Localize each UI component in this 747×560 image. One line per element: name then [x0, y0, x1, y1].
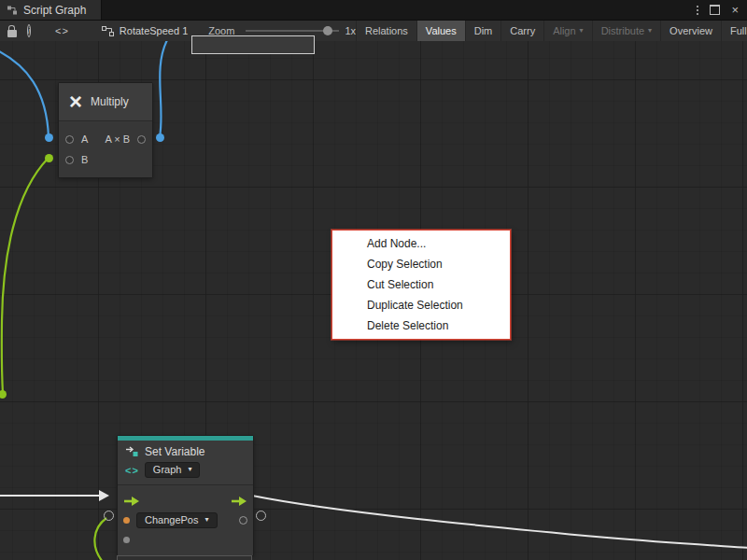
- info-icon[interactable]: i: [27, 24, 31, 37]
- multiply-node[interactable]: × Multiply A A × B B: [58, 82, 153, 178]
- set-variable-title: Set Variable: [145, 445, 204, 458]
- chevron-down-icon: ▾: [205, 516, 209, 524]
- flow-out-arrow-icon[interactable]: [231, 496, 247, 507]
- output-label: A × B: [105, 133, 130, 145]
- menu-item-delete-selection[interactable]: Delete Selection: [332, 315, 510, 336]
- value-out-port-icon[interactable]: [239, 516, 247, 525]
- wire-blue-input[interactable]: [0, 50, 49, 137]
- offscreen-selected-node[interactable]: [191, 35, 315, 54]
- multiply-node-body: A A × B B: [59, 121, 152, 177]
- chevron-down-icon: ▾: [580, 27, 584, 35]
- context-menu: Add Node... Copy Selection Cut Selection…: [331, 230, 511, 340]
- set-variable-subheader: <> Graph ▾: [118, 460, 253, 485]
- tab-title: Script Graph: [23, 4, 86, 17]
- menu-item-duplicate-selection[interactable]: Duplicate Selection: [332, 295, 510, 315]
- distribute-button[interactable]: Distribute▾: [592, 21, 660, 41]
- zoom-slider-thumb[interactable]: [323, 26, 332, 35]
- overview-button[interactable]: Overview: [660, 21, 721, 41]
- wire-white-output[interactable]: [252, 496, 747, 548]
- scope-dropdown-value: Graph: [153, 464, 182, 475]
- outer-port-left-icon[interactable]: [104, 511, 114, 521]
- variable-port-icon[interactable]: [123, 517, 130, 524]
- set-variable-node[interactable]: Set Variable <> Graph ▾: [117, 435, 254, 556]
- wire-green-left[interactable]: [2, 158, 49, 394]
- code-icon[interactable]: <>: [55, 25, 69, 36]
- chevron-down-icon: ▾: [648, 27, 652, 35]
- wire-green-bottom[interactable]: [94, 518, 106, 560]
- offscreen-bottom-node[interactable]: [117, 555, 252, 560]
- relations-button[interactable]: Relations: [356, 21, 416, 41]
- set-variable-body: ChangePos ▾: [118, 485, 253, 555]
- port-output-icon[interactable]: [137, 135, 146, 144]
- port-a-icon[interactable]: [65, 135, 74, 144]
- maximize-icon[interactable]: [710, 5, 720, 15]
- input-port-icon[interactable]: [123, 537, 130, 543]
- port-dot-green-edge[interactable]: [0, 390, 7, 399]
- multiply-row-b: B: [59, 149, 152, 170]
- zoom-value: 1x: [345, 25, 356, 36]
- lock-icon[interactable]: [0, 21, 17, 41]
- variable-kind-icon: <>: [125, 465, 139, 476]
- variable-dropdown[interactable]: ChangePos ▾: [136, 512, 218, 528]
- dim-button[interactable]: Dim: [465, 21, 501, 41]
- graph-canvas[interactable]: × Multiply A A × B B: [0, 41, 747, 560]
- wire-white-arrowhead-icon: [99, 490, 109, 501]
- graph-file-icon: [102, 26, 114, 36]
- set-variable-header[interactable]: Set Variable: [118, 441, 253, 460]
- align-button[interactable]: Align▾: [543, 21, 591, 41]
- toolbar-buttons: Relations Values Dim Carry Align▾ Distri…: [356, 21, 747, 41]
- menu-item-copy-selection[interactable]: Copy Selection: [332, 254, 510, 274]
- full-screen-button[interactable]: Full Screen: [721, 21, 747, 41]
- graph-breadcrumb[interactable]: RotateSpeed 1: [102, 25, 188, 36]
- port-dot-green-b[interactable]: [45, 154, 53, 162]
- variable-dropdown-value: ChangePos: [145, 514, 199, 525]
- input-row: [118, 530, 253, 550]
- variable-row: ChangePos ▾: [118, 511, 253, 530]
- menu-item-add-node[interactable]: Add Node...: [332, 233, 510, 254]
- carry-button[interactable]: Carry: [500, 21, 543, 41]
- scope-dropdown[interactable]: Graph ▾: [145, 462, 201, 478]
- outer-port-right-icon[interactable]: [256, 511, 266, 521]
- close-icon[interactable]: ×: [731, 4, 739, 16]
- flow-in-arrow-icon[interactable]: [123, 496, 140, 507]
- multiply-icon: ×: [69, 91, 82, 113]
- port-dot-blue-output[interactable]: [156, 133, 164, 142]
- multiply-row-a: A A × B: [59, 129, 152, 149]
- set-variable-icon: [125, 446, 138, 457]
- chevron-down-icon: ▾: [188, 466, 191, 473]
- window-controls: ×: [697, 4, 747, 16]
- window-menu-icon[interactable]: [697, 6, 698, 15]
- wire-blue-output[interactable]: [160, 41, 168, 137]
- graph-name: RotateSpeed 1: [120, 25, 188, 36]
- title-bar: Script Graph ×: [0, 0, 747, 21]
- script-graph-icon: [7, 5, 18, 16]
- menu-item-cut-selection[interactable]: Cut Selection: [332, 274, 510, 295]
- port-dot-blue-a[interactable]: [45, 133, 53, 142]
- graph-toolbar: i <> RotateSpeed 1 Zoom 1x Relations Val…: [0, 21, 747, 42]
- port-a-label: A: [81, 133, 88, 145]
- port-b-label: B: [81, 154, 88, 165]
- multiply-node-header[interactable]: × Multiply: [59, 83, 152, 121]
- values-button[interactable]: Values: [416, 21, 465, 41]
- port-b-icon[interactable]: [65, 156, 74, 164]
- tab-script-graph[interactable]: Script Graph: [0, 0, 102, 20]
- script-graph-window: Script Graph × i <> RotateSpeed 1 Zoom: [0, 0, 747, 560]
- multiply-node-title: Multiply: [91, 95, 129, 108]
- flow-row: [118, 491, 253, 511]
